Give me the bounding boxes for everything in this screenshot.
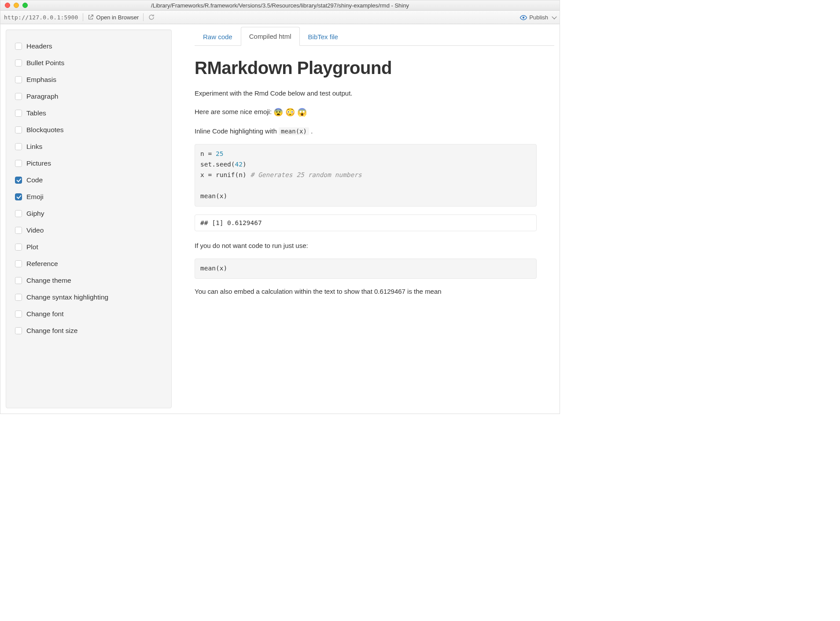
svg-point-0	[523, 17, 525, 19]
minimize-window-button[interactable]	[14, 3, 19, 8]
checkbox-icon	[15, 277, 22, 284]
titlebar: /Library/Frameworks/R.framework/Versions…	[0, 0, 560, 11]
checkbox-label: Change font	[26, 310, 63, 318]
refresh-icon	[148, 14, 155, 21]
code-number: 25	[216, 150, 223, 157]
checkbox-label: Tables	[26, 109, 46, 117]
content: RMarkdown Playground Experiment with the…	[195, 46, 554, 297]
code-text: )	[243, 161, 247, 168]
window-title: /Library/Frameworks/R.framework/Versions…	[151, 2, 409, 9]
checkbox-label: Giphy	[26, 210, 44, 218]
checkbox-change-font-size[interactable]: Change font size	[15, 322, 162, 339]
publish-button[interactable]: Publish	[519, 14, 556, 21]
checkbox-icon	[15, 210, 22, 217]
checkbox-label: Change theme	[26, 277, 71, 285]
checkbox-label: Change syntax highlighting	[26, 293, 108, 301]
checkbox-giphy[interactable]: Giphy	[15, 205, 162, 222]
page-title: RMarkdown Playground	[195, 58, 537, 78]
checkbox-icon	[15, 327, 22, 334]
text: .	[311, 127, 313, 135]
checkbox-label: Emoji	[26, 193, 44, 201]
checkbox-icon	[15, 177, 22, 184]
checkbox-label: Reference	[26, 260, 58, 268]
code-block: mean(x)	[195, 259, 537, 279]
checkbox-icon	[15, 160, 22, 167]
checkbox-headers[interactable]: Headers	[15, 38, 162, 55]
checkbox-links[interactable]: Links	[15, 138, 162, 155]
text: Here are some nice emoji:	[195, 108, 273, 115]
checkbox-label: Links	[26, 143, 42, 151]
address-url: http://127.0.0.1:5900	[4, 14, 78, 21]
code-text: mean(x)	[200, 192, 227, 200]
checkbox-reference[interactable]: Reference	[15, 255, 162, 272]
code-text: n =	[200, 150, 216, 157]
checkbox-label: Code	[26, 176, 43, 184]
checkbox-video[interactable]: Video	[15, 222, 162, 239]
tab-raw-code[interactable]: Raw code	[195, 27, 241, 46]
text: Inline Code highlighting with	[195, 127, 279, 135]
popout-icon	[88, 14, 94, 20]
code-text: set.seed(	[200, 161, 235, 168]
checkbox-label: Video	[26, 226, 44, 234]
checkbox-emphasis[interactable]: Emphasis	[15, 71, 162, 88]
toolbar: http://127.0.0.1:5900 Open in Browser Pu…	[0, 11, 560, 24]
tab-bibtex-file[interactable]: BibTex file	[300, 27, 346, 46]
body: HeadersBullet PointsEmphasisParagraphTab…	[0, 24, 560, 414]
tab-compiled-html[interactable]: Compiled html	[241, 27, 300, 46]
checkbox-plot[interactable]: Plot	[15, 239, 162, 255]
sidebar: HeadersBullet PointsEmphasisParagraphTab…	[0, 24, 177, 414]
inline-code: mean(x)	[279, 127, 309, 135]
paragraph: If you do not want code to run just use:	[195, 241, 537, 251]
checkbox-icon	[15, 59, 22, 67]
checkbox-paragraph[interactable]: Paragraph	[15, 88, 162, 105]
paragraph: Here are some nice emoji: 😨 😳 😱	[195, 107, 537, 118]
code-text: x = runif(n)	[200, 171, 251, 178]
window-controls	[0, 3, 28, 8]
checkbox-label: Plot	[26, 243, 38, 251]
paragraph: Experiment with the Rmd Code below and t…	[195, 89, 537, 99]
output-block: ## [1] 0.6129467	[195, 214, 537, 231]
checkbox-bullet-points[interactable]: Bullet Points	[15, 55, 162, 71]
paragraph: You can also embed a calculation within …	[195, 287, 537, 297]
checkbox-icon	[15, 310, 22, 318]
checkbox-change-font[interactable]: Change font	[15, 306, 162, 322]
code-comment: # Generates 25 random numbers	[251, 171, 362, 178]
main-panel: Raw codeCompiled htmlBibTex file RMarkdo…	[177, 24, 560, 414]
window: /Library/Frameworks/R.framework/Versions…	[0, 0, 560, 414]
checkbox-icon	[15, 227, 22, 234]
checkbox-icon	[15, 260, 22, 267]
checkbox-label: Headers	[26, 42, 52, 50]
checkbox-label: Bullet Points	[26, 59, 64, 67]
checkbox-emoji[interactable]: Emoji	[15, 189, 162, 205]
checkbox-label: Change font size	[26, 327, 77, 335]
refresh-button[interactable]	[148, 14, 155, 21]
checkbox-label: Paragraph	[26, 92, 58, 100]
code-number: 42	[235, 161, 243, 168]
chevron-down-icon	[552, 14, 556, 19]
checkbox-pictures[interactable]: Pictures	[15, 155, 162, 172]
divider	[143, 13, 144, 21]
open-in-browser-button[interactable]: Open in Browser	[88, 14, 139, 21]
open-in-browser-label: Open in Browser	[96, 14, 139, 21]
close-window-button[interactable]	[5, 3, 10, 8]
checkbox-code[interactable]: Code	[15, 172, 162, 189]
checkbox-icon	[15, 43, 22, 50]
checkbox-blockquotes[interactable]: Blockquotes	[15, 122, 162, 138]
checkbox-change-syntax-highlighting[interactable]: Change syntax highlighting	[15, 289, 162, 306]
publish-label: Publish	[529, 14, 548, 21]
checkbox-label: Blockquotes	[26, 126, 63, 134]
tabs: Raw codeCompiled htmlBibTex file	[195, 27, 554, 46]
maximize-window-button[interactable]	[22, 3, 28, 8]
checkbox-icon	[15, 143, 22, 150]
checkbox-change-theme[interactable]: Change theme	[15, 272, 162, 289]
checkbox-label: Pictures	[26, 159, 51, 167]
paragraph: Inline Code highlighting with mean(x) .	[195, 126, 537, 137]
checkbox-icon	[15, 244, 22, 251]
emoji-list: 😨 😳 😱	[273, 108, 307, 117]
divider	[83, 13, 83, 21]
checkbox-icon	[15, 294, 22, 301]
checkbox-icon	[15, 126, 22, 133]
checkbox-tables[interactable]: Tables	[15, 105, 162, 122]
sidebar-well: HeadersBullet PointsEmphasisParagraphTab…	[6, 30, 172, 408]
checkbox-icon	[15, 76, 22, 83]
